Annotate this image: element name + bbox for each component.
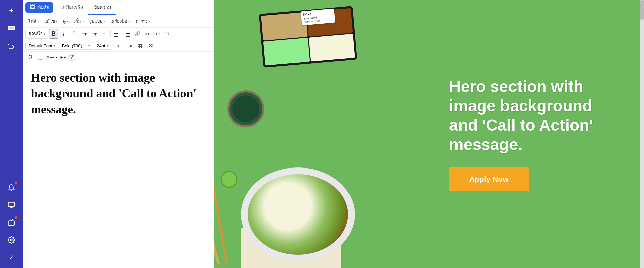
add-icon-small: 🖼	[30, 4, 35, 10]
broadcast-icon[interactable]	[4, 215, 19, 230]
format-arrow-icon: ▾	[103, 20, 105, 23]
sep2	[113, 42, 113, 49]
menu-table[interactable]: ตาราง ▾	[133, 16, 153, 26]
align-right-button[interactable]	[122, 29, 132, 39]
editor-tabs-bar: 🖼 เพิ่มสื่อ เสมือนจริง ข้อความ	[23, 0, 214, 15]
svg-rect-12	[126, 33, 130, 34]
font-family-dropdown[interactable]: Default Font ▾	[25, 42, 58, 50]
svg-rect-5	[8, 221, 14, 225]
color-arrow-icon[interactable]: ▾	[56, 56, 57, 59]
check-icon[interactable]: ✓	[4, 250, 19, 265]
table-arrow-icon: ▾	[148, 20, 150, 23]
monitor-icon[interactable]	[4, 198, 19, 212]
undo-text-button[interactable]: ↩	[153, 29, 162, 39]
editor-panel: 🖼 เพิ่มสื่อ เสมือนจริง ข้อความ ไฟล์ ▾ แก…	[23, 0, 214, 268]
svg-rect-8	[114, 33, 118, 34]
special-char-button[interactable]: ✂	[143, 29, 152, 39]
sep1	[110, 30, 111, 37]
left-sidebar: + ✓	[0, 0, 23, 268]
svg-rect-14	[126, 36, 130, 37]
paragraph-style-dropdown[interactable]: ย่อหน้า ▾	[25, 29, 48, 39]
editor-heading-text: Hero section with image background and '…	[31, 70, 206, 117]
apply-now-button[interactable]: Apply Now	[449, 168, 529, 191]
menu-tools[interactable]: เครื่องมือ ▾	[108, 16, 133, 26]
add-arrow-icon: ▾	[82, 20, 84, 23]
block-format-button[interactable]: ▦	[135, 41, 145, 50]
editor-content-area[interactable]: Hero section with image background and '…	[23, 63, 214, 268]
menu-edit[interactable]: แก้ไข ▾	[42, 16, 60, 26]
hero-text-area: Hero section with image background and '…	[429, 0, 644, 268]
menu-file[interactable]: ไฟล์ ▾	[25, 16, 42, 26]
svg-point-6	[10, 239, 12, 241]
tab-text[interactable]: ข้อความ	[88, 0, 116, 15]
align-center-button[interactable]: ≡	[99, 29, 109, 39]
scrollbar-thumb[interactable]	[640, 0, 644, 20]
rice-bowl	[234, 141, 362, 268]
toolbar-row-1: ย่อหน้า ▾ B I " ≡▾ ≡▾ ≡ 🔗 ✂ ↩ ↪	[23, 28, 214, 40]
scrollbar-track	[640, 0, 644, 268]
align-left-button[interactable]	[112, 29, 122, 39]
ordered-list-button[interactable]: ≡▾	[89, 29, 99, 39]
toolbar-row-2: Default Font ▾ Bold (700) ... ▾ 24pt ▾ ⇤…	[23, 40, 214, 52]
tools-arrow-icon: ▾	[128, 20, 130, 23]
svg-rect-1	[8, 28, 14, 30]
hero-title: Hero section with image background and '…	[449, 77, 624, 154]
font-weight-arrow-icon: ▾	[88, 44, 90, 47]
unordered-list-button[interactable]: ≡▾	[79, 29, 89, 39]
svg-rect-7	[114, 32, 120, 32]
bold-button[interactable]: B	[49, 29, 58, 39]
menu-view[interactable]: ดู ▾	[60, 16, 71, 26]
paragraph-arrow-icon: ▾	[44, 32, 45, 36]
settings-icon[interactable]	[4, 232, 19, 247]
tab-realistic[interactable]: เสมือนจริง	[56, 0, 88, 15]
redo-text-button[interactable]: ↪	[163, 29, 172, 39]
add-media-button[interactable]: 🖼 เพิ่มสื่อ	[25, 2, 53, 13]
undo-icon[interactable]	[4, 38, 19, 53]
indent-right-button[interactable]: ⇥	[125, 41, 135, 50]
italic-button[interactable]: I	[59, 29, 68, 39]
font-weight-dropdown[interactable]: Bold (700) ... ▾	[59, 42, 93, 50]
edit-arrow-icon: ▾	[56, 20, 58, 23]
font-size-arrow-icon: ▾	[107, 44, 108, 47]
menu-add[interactable]: เพิ่ม ▾	[71, 16, 87, 26]
svg-rect-2	[8, 202, 14, 207]
svg-rect-0	[8, 26, 14, 28]
hero-background: NOYA Salad Bowl Fresh and clean	[214, 0, 644, 268]
menu-format[interactable]: รูปแบบ ▾	[87, 16, 108, 26]
add-icon[interactable]: +	[4, 3, 19, 18]
layers-icon[interactable]	[4, 21, 19, 36]
font-family-arrow-icon: ▾	[54, 44, 55, 47]
food-image-area: NOYA Salad Bowl Fresh and clean	[214, 0, 450, 268]
help-button[interactable]: ?	[68, 54, 75, 61]
omega-button[interactable]: Ω	[25, 53, 35, 62]
file-arrow-icon: ▾	[37, 20, 39, 23]
bell-icon[interactable]	[4, 180, 19, 195]
font-size-dropdown[interactable]: 24pt ▾	[94, 42, 111, 50]
table-button[interactable]: ⊞▾	[58, 53, 67, 62]
svg-rect-9	[114, 35, 120, 35]
menu-bar: ไฟล์ ▾ แก้ไข ▾ ดู ▾ เพิ่ม ▾ รูปแบบ ▾ เคร…	[23, 15, 214, 28]
svg-rect-10	[114, 36, 118, 37]
link-button[interactable]: 🔗	[132, 29, 142, 39]
svg-rect-11	[124, 32, 130, 32]
view-arrow-icon: ▾	[67, 20, 68, 23]
preview-panel: NOYA Salad Bowl Fresh and clean	[214, 0, 644, 268]
toolbar-row-3: Ω ⎯⎯ A ▾ ⊞▾ ?	[23, 52, 214, 63]
clear-format-button[interactable]: ⌫	[145, 41, 155, 50]
bento-label: NOYA Salad Bowl Fresh and clean	[301, 9, 335, 25]
indent-left-button[interactable]: ⇤	[115, 41, 124, 50]
blockquote-button[interactable]: "	[69, 29, 78, 39]
add-media-tab[interactable]: เพิ่มสื่อ	[37, 4, 49, 11]
horizontal-rule-button[interactable]: ⎯⎯	[36, 53, 45, 62]
text-color-button[interactable]: A	[46, 53, 55, 62]
svg-rect-13	[124, 35, 130, 35]
